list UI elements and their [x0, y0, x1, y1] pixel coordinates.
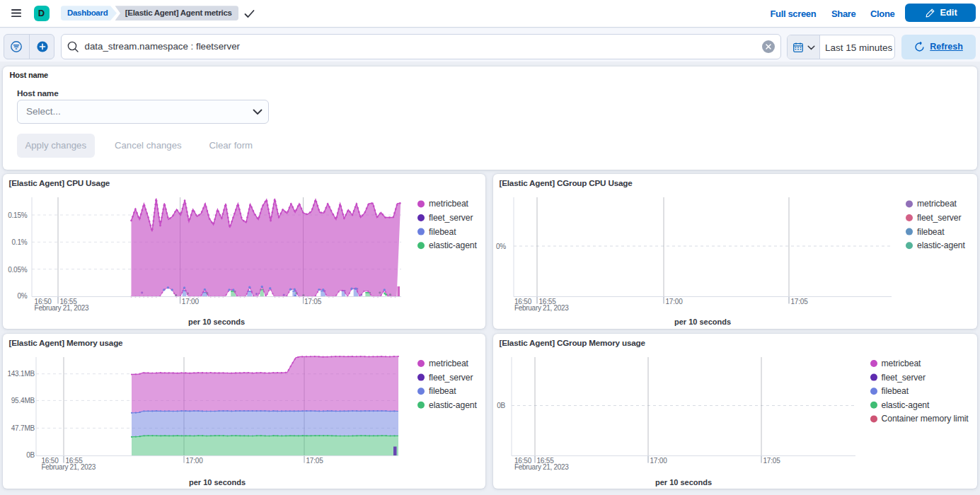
- svg-text:17:00: 17:00: [650, 457, 668, 465]
- svg-text:metricbeat: metricbeat: [882, 359, 922, 368]
- svg-text:per 10 seconds: per 10 seconds: [655, 478, 712, 487]
- svg-text:17:00: 17:00: [182, 298, 200, 305]
- svg-text:February 21, 2023: February 21, 2023: [514, 304, 569, 312]
- svg-text:Container memory limit: Container memory limit: [882, 414, 969, 424]
- svg-text:fleet_server: fleet_server: [917, 213, 962, 223]
- svg-text:fleet_server: fleet_server: [429, 373, 473, 383]
- svg-text:metricbeat: metricbeat: [429, 199, 469, 209]
- svg-text:0.05%: 0.05%: [8, 266, 28, 274]
- svg-text:filebeat: filebeat: [882, 386, 909, 396]
- svg-text:elastic-agent: elastic-agent: [429, 240, 478, 250]
- svg-text:17:05: 17:05: [763, 457, 781, 465]
- svg-text:17:00: 17:00: [186, 457, 204, 465]
- svg-text:elastic-agent: elastic-agent: [429, 400, 478, 410]
- svg-text:February 21, 2023: February 21, 2023: [42, 463, 96, 471]
- svg-text:elastic-agent: elastic-agent: [882, 400, 930, 410]
- svg-text:0%: 0%: [17, 292, 27, 300]
- svg-text:February 21, 2023: February 21, 2023: [35, 304, 89, 312]
- svg-text:17:05: 17:05: [304, 298, 322, 305]
- svg-text:elastic-agent: elastic-agent: [917, 240, 966, 250]
- svg-text:metricbeat: metricbeat: [429, 359, 469, 368]
- svg-text:0B: 0B: [26, 451, 35, 459]
- svg-text:metricbeat: metricbeat: [917, 199, 957, 209]
- svg-text:filebeat: filebeat: [429, 386, 456, 396]
- svg-text:filebeat: filebeat: [917, 227, 945, 237]
- svg-text:143.1MB: 143.1MB: [7, 370, 35, 378]
- svg-text:0.15%: 0.15%: [8, 211, 28, 219]
- svg-text:0B: 0B: [497, 402, 505, 409]
- svg-text:0.1%: 0.1%: [12, 238, 28, 246]
- svg-text:17:05: 17:05: [791, 298, 809, 305]
- svg-text:17:05: 17:05: [306, 457, 324, 465]
- svg-text:fleet_server: fleet_server: [882, 373, 926, 383]
- svg-text:fleet_server: fleet_server: [429, 213, 473, 223]
- svg-text:per 10 seconds: per 10 seconds: [189, 478, 246, 487]
- svg-text:per 10 seconds: per 10 seconds: [188, 318, 245, 326]
- svg-text:per 10 seconds: per 10 seconds: [674, 318, 731, 326]
- svg-text:47.7MB: 47.7MB: [11, 424, 35, 432]
- svg-text:February 21, 2023: February 21, 2023: [514, 463, 569, 471]
- svg-text:95.4MB: 95.4MB: [11, 397, 35, 404]
- svg-text:17:00: 17:00: [666, 298, 684, 305]
- svg-text:0%: 0%: [496, 243, 506, 250]
- svg-text:filebeat: filebeat: [429, 227, 456, 237]
